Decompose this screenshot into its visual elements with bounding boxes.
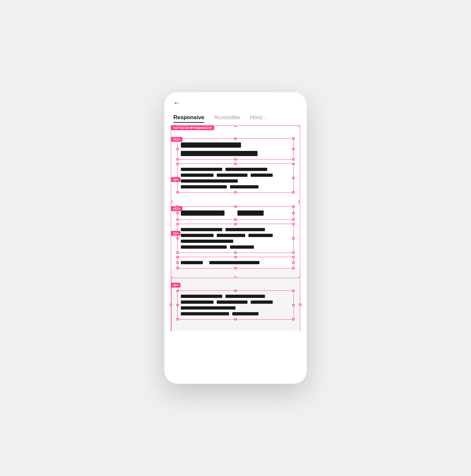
p3-dot-mr	[292, 261, 295, 264]
h2-dot-mb	[234, 158, 237, 161]
p3-bar-1	[181, 261, 203, 264]
h2-dot-mt	[234, 137, 237, 140]
h2b-dot-tr	[292, 205, 295, 208]
h2-dot-tr	[292, 137, 295, 140]
p4-dot-bl	[176, 318, 179, 321]
p1-dot-br	[292, 191, 295, 194]
p2-dot-mt	[234, 223, 237, 225]
section-1: <h2> <p>	[171, 125, 300, 193]
h2-dot-bl	[176, 158, 179, 161]
tab-bar: Responsive Accessible Horiz…	[173, 113, 298, 122]
h2-dot-ml	[176, 148, 179, 150]
p2-dot-bl	[176, 251, 179, 254]
p1-bar-r2-3	[251, 174, 273, 177]
p1-dot-mb	[234, 191, 237, 194]
p1-dot-bl	[176, 191, 179, 194]
dot-ml	[171, 200, 172, 203]
p-label-1: <p>	[171, 177, 181, 182]
p3-bar-2	[209, 261, 259, 264]
ext-dot-mr	[299, 303, 301, 306]
p3-dot-tl	[176, 256, 179, 258]
p2-dot-br	[292, 251, 295, 254]
below-screen-content: <p>	[171, 278, 300, 331]
p2-bar-r1-1	[181, 228, 222, 231]
h2b-dot-bl	[176, 218, 179, 221]
phone-screen[interactable]: <article>#responsive <h2>	[171, 125, 300, 278]
tab-responsive[interactable]: Responsive	[173, 113, 204, 122]
article-label: <article>#responsive	[171, 125, 214, 130]
p2-bar-r2-3	[248, 234, 272, 237]
p4-dot-tr	[292, 289, 295, 292]
phone-frame: ← Responsive Accessible Horiz…	[164, 92, 307, 384]
p1-bar-r4-1	[181, 185, 227, 188]
p4-bar-r4-1	[181, 312, 229, 315]
p1-bar-r4-2	[230, 185, 258, 188]
h2-dot-mr	[292, 148, 295, 150]
tab-horizontal[interactable]: Horiz…	[250, 113, 268, 122]
p1-bar-r3-1	[181, 179, 238, 183]
p3-dot-mt	[234, 256, 237, 258]
p4-bar-r4-2	[232, 312, 258, 315]
h2-bar-1	[181, 142, 241, 148]
p2-dot-mr	[292, 237, 295, 240]
p4-dot-mt	[234, 289, 237, 292]
p4-bar-r2-1	[181, 300, 214, 304]
p3-dot-ml	[176, 261, 179, 264]
p4-bar-r2-3	[251, 300, 273, 304]
p1-bar-r1-2	[225, 168, 267, 171]
p2-dot-mb	[234, 251, 237, 254]
p2-dot-tr	[292, 223, 295, 225]
p4-bar-r3-1	[181, 306, 236, 310]
header: ← Responsive Accessible Horiz…	[164, 92, 307, 122]
p4-bottom-space	[177, 320, 294, 326]
p4-bar-r1-2	[225, 295, 265, 298]
p1-bar-r2-2	[217, 174, 247, 177]
h2-dot-br	[292, 158, 295, 161]
h2b-bar-1	[181, 210, 225, 216]
p4-dot-br	[292, 318, 295, 321]
p2-bar-r1-2	[225, 228, 265, 231]
p2-bar-r2-2	[217, 234, 245, 237]
p1-dot-tl	[176, 163, 179, 165]
h2b-bar-2	[237, 210, 264, 216]
section-gap-1	[171, 193, 300, 200]
h2-label-1: <h2>	[171, 137, 182, 142]
p2-dot-tl	[176, 223, 179, 225]
p-label-4: <p>	[171, 283, 181, 288]
p4-dot-ml	[176, 304, 179, 306]
h2b-dot-mr	[292, 212, 295, 214]
p4-dot-mb	[234, 318, 237, 321]
h2-label-2: <h2>	[171, 206, 182, 211]
p2-bar-r2-1	[181, 234, 214, 237]
h2b-dot-br	[292, 218, 295, 221]
p4-dot-tl	[176, 289, 179, 292]
p4-dot-mr	[292, 304, 295, 306]
h2b-dot-mt	[234, 205, 237, 208]
p2-bar-r4-2	[230, 245, 254, 249]
section-2: <h2> <p>	[171, 206, 300, 268]
p1-bar-r1-1	[181, 168, 222, 171]
p2-dot-ml	[176, 237, 179, 240]
p2-bar-r3-1	[181, 240, 233, 243]
section-gap-2	[171, 268, 300, 278]
p2-bar-r4-1	[181, 245, 227, 249]
p-label-2: <p>	[171, 231, 181, 236]
ext-dot-ml	[170, 303, 172, 306]
device-container: <article>#responsive <h2>	[171, 125, 300, 331]
p4-bar-r2-2	[217, 300, 247, 304]
dot-mr	[299, 200, 300, 203]
tab-accessible[interactable]: Accessible	[214, 113, 240, 122]
h2b-dot-mb	[234, 218, 237, 221]
p4-bar-r1-1	[181, 295, 222, 298]
p3-dot-br	[292, 267, 295, 269]
h2-bar-2	[181, 151, 257, 156]
p1-dot-mr	[292, 177, 295, 179]
p1-dot-mt	[234, 163, 237, 165]
back-button[interactable]: ←	[173, 99, 181, 107]
p3-dot-bl	[176, 267, 179, 269]
h2b-dot-ml	[176, 212, 179, 214]
p3-dot-tr	[292, 256, 295, 258]
p3-dot-mb	[234, 267, 237, 269]
p1-dot-tr	[292, 163, 295, 165]
p1-bar-r2-1	[181, 174, 214, 177]
